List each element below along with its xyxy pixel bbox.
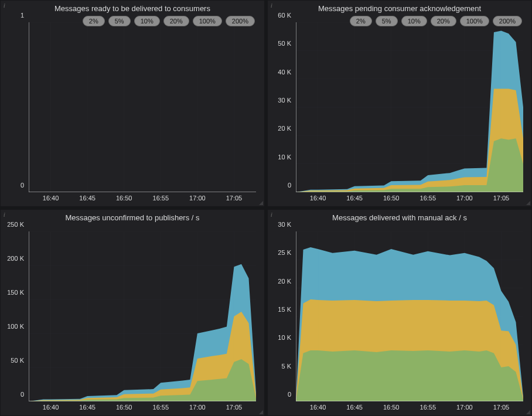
y-tick-label: 0 [21, 182, 24, 189]
y-tick-label: 10 K [278, 154, 291, 161]
panel-title: Messages delivered with manual ack / s [268, 210, 531, 223]
y-tick-label: 50 K [11, 357, 24, 364]
panel-ready: iMessages ready to be delivered to consu… [0, 0, 265, 207]
annotation-row: 2%5%10%20%100%200% [83, 16, 255, 26]
y-tick-label: 10 K [278, 334, 291, 341]
x-axis-labels: 16:4016:4516:5016:5517:0017:05 [296, 404, 523, 413]
y-tick-label: 25 K [278, 249, 291, 256]
y-tick-label: 20 K [278, 278, 291, 285]
annotation-badge[interactable]: 20% [431, 16, 456, 26]
y-tick-label: 60 K [278, 12, 291, 19]
plot-grid [296, 231, 523, 401]
y-axis-labels: 05 K10 K15 K20 K25 K30 K [268, 231, 294, 401]
annotation-badge[interactable]: 100% [193, 16, 222, 26]
y-axis-labels: 050 K100 K150 K200 K250 K [1, 231, 26, 401]
y-tick-label: 40 K [278, 69, 291, 76]
x-axis-labels: 16:4016:4516:5016:5517:0017:05 [29, 195, 256, 204]
x-tick-label: 16:40 [43, 195, 59, 202]
x-tick-label: 16:45 [346, 404, 363, 411]
panel-unack: iMessages pending consumer acknowledgeme… [267, 0, 532, 207]
y-tick-label: 200 K [7, 255, 24, 262]
annotation-badge[interactable]: 2% [83, 16, 105, 26]
x-tick-label: 16:55 [420, 195, 436, 202]
y-tick-label: 1 [21, 12, 24, 19]
y-tick-label: 30 K [278, 221, 291, 228]
x-tick-label: 16:40 [310, 404, 326, 411]
plot-grid [296, 22, 523, 192]
annotation-badge[interactable]: 200% [226, 16, 255, 26]
x-axis-labels: 16:4016:4516:5016:5517:0017:05 [29, 404, 256, 413]
x-tick-label: 16:50 [383, 404, 400, 411]
y-tick-label: 30 K [278, 97, 291, 104]
x-tick-label: 16:45 [79, 195, 96, 202]
y-axis-labels: 010 K20 K30 K40 K50 K60 K [268, 22, 294, 192]
annotation-badge[interactable]: 200% [493, 16, 522, 26]
x-tick-label: 16:45 [79, 404, 96, 411]
x-tick-label: 16:55 [153, 195, 169, 202]
x-tick-label: 17:00 [456, 195, 473, 202]
chart-area[interactable]: 050 K100 K150 K200 K250 K16:4016:4516:50… [1, 223, 264, 415]
x-axis-labels: 16:4016:4516:5016:5517:0017:05 [296, 195, 523, 204]
x-tick-label: 16:55 [153, 404, 169, 411]
x-tick-label: 17:00 [189, 404, 206, 411]
x-tick-label: 16:55 [420, 404, 436, 411]
annotation-badge[interactable]: 10% [401, 16, 427, 26]
y-tick-label: 100 K [7, 323, 24, 330]
panel-deliv: iMessages delivered with manual ack / s0… [267, 209, 532, 416]
y-tick-label: 0 [288, 391, 291, 398]
panel-title: Messages unconfirmed to publishers / s [1, 210, 264, 223]
x-tick-label: 16:50 [116, 404, 132, 411]
x-tick-label: 17:05 [226, 195, 243, 202]
x-tick-label: 17:05 [226, 404, 243, 411]
y-tick-label: 0 [21, 391, 24, 398]
annotation-badge[interactable]: 20% [163, 16, 189, 26]
plot-grid [29, 231, 256, 401]
y-tick-label: 20 K [278, 125, 291, 132]
y-tick-label: 50 K [278, 40, 291, 47]
y-axis-labels: 01 [1, 22, 26, 192]
x-tick-label: 17:00 [189, 195, 206, 202]
panel-info-icon[interactable]: i [4, 212, 5, 218]
x-tick-label: 16:50 [116, 195, 132, 202]
chart-area[interactable]: 0116:4016:4516:5016:5517:0017:05 [1, 14, 264, 206]
panel-title: Messages ready to be delivered to consum… [1, 1, 264, 14]
annotation-badge[interactable]: 2% [350, 16, 372, 26]
x-tick-label: 16:40 [310, 195, 326, 202]
y-tick-label: 0 [288, 182, 291, 189]
annotation-badge[interactable]: 5% [376, 16, 398, 26]
x-tick-label: 16:40 [43, 404, 59, 411]
y-tick-label: 150 K [7, 289, 24, 296]
x-tick-label: 17:05 [493, 195, 510, 202]
series-node-1 [296, 350, 523, 401]
panel-info-icon[interactable]: i [271, 2, 272, 9]
chart-area[interactable]: 05 K10 K15 K20 K25 K30 K16:4016:4516:501… [268, 223, 531, 415]
x-tick-label: 16:45 [346, 195, 363, 202]
panel-unconf: iMessages unconfirmed to publishers / s0… [0, 209, 265, 416]
panel-info-icon[interactable]: i [271, 212, 272, 218]
plot-grid [29, 22, 256, 192]
annotation-row: 2%5%10%20%100%200% [350, 16, 522, 26]
y-tick-label: 5 K [281, 363, 291, 370]
x-tick-label: 17:05 [493, 404, 510, 411]
panel-title: Messages pending consumer acknowledgemen… [268, 1, 531, 14]
y-tick-label: 250 K [7, 221, 24, 228]
annotation-badge[interactable]: 10% [134, 16, 160, 26]
annotation-badge[interactable]: 5% [108, 16, 131, 26]
x-tick-label: 17:00 [456, 404, 473, 411]
annotation-badge[interactable]: 100% [460, 16, 489, 26]
panel-info-icon[interactable]: i [4, 2, 5, 9]
x-tick-label: 16:50 [383, 195, 400, 202]
y-tick-label: 15 K [278, 306, 291, 313]
chart-area[interactable]: 010 K20 K30 K40 K50 K60 K16:4016:4516:50… [268, 14, 531, 206]
